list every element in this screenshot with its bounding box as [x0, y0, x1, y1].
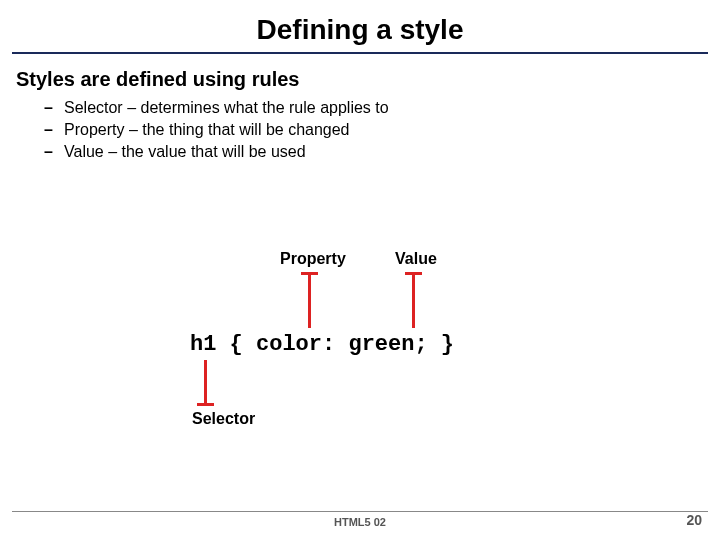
page-number: 20 [686, 512, 702, 528]
bullet-list: Selector – determines what the rule appl… [44, 99, 720, 161]
footer-text: HTML5 02 [0, 516, 720, 528]
label-property: Property [280, 250, 346, 268]
bullet-item: Value – the value that will be used [44, 143, 720, 161]
label-selector: Selector [192, 410, 255, 428]
subheading: Styles are defined using rules [16, 68, 720, 91]
bullet-item: Property – the thing that will be change… [44, 121, 720, 139]
label-value: Value [395, 250, 437, 268]
slide-footer: HTML5 02 [0, 511, 720, 528]
pointer-property [308, 272, 311, 328]
pointer-selector [204, 360, 207, 406]
css-rule-diagram: Property Value h1 { color: green; } Sele… [0, 250, 720, 480]
bullet-item: Selector – determines what the rule appl… [44, 99, 720, 117]
slide-title: Defining a style [257, 14, 464, 46]
title-divider [12, 52, 708, 54]
footer-divider [12, 511, 708, 512]
pointer-value [412, 272, 415, 328]
code-example: h1 { color: green; } [190, 332, 454, 357]
